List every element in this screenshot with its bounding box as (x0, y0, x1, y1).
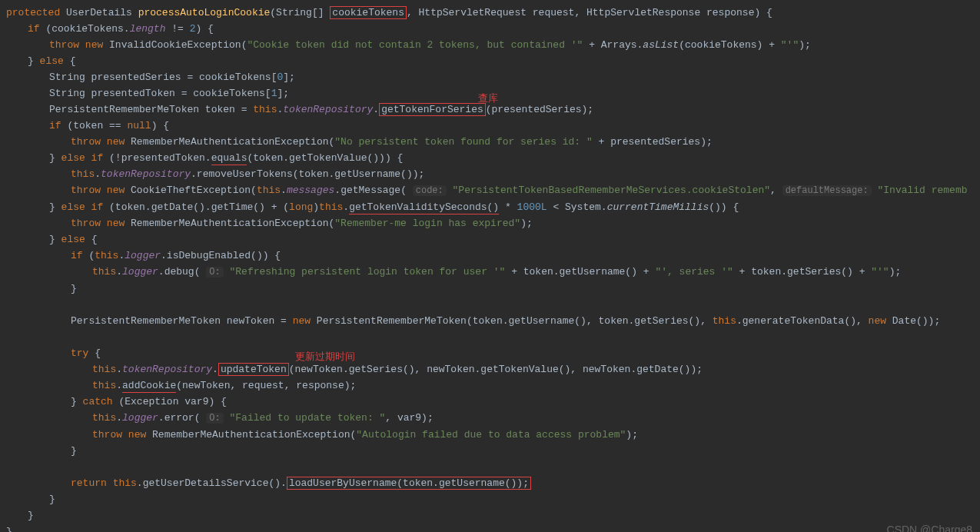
code-editor[interactable]: protected UserDetails processAutoLoginCo… (6, 5, 980, 532)
code-line: } (6, 524, 980, 532)
code-line (6, 329, 980, 345)
code-line: throw new RememberMeAuthenticationExcept… (6, 427, 980, 443)
code-line: } (6, 507, 980, 524)
code-line: this.tokenRepository.removeUserTokens(to… (6, 166, 980, 182)
code-line (6, 459, 980, 475)
code-line: throw new RememberMeAuthenticationExcept… (6, 215, 980, 231)
annotation-label: 查库 (478, 90, 498, 106)
highlight-underline: addCookie (122, 380, 176, 393)
code-line: String presentedSeries = cookieTokens[0]… (6, 69, 980, 85)
code-line: if (this.logger.isDebugEnabled()) { (6, 248, 980, 264)
highlight-box: cookieTokens (330, 6, 407, 19)
code-line: PersistentRememberMeToken newToken = new… (6, 313, 980, 329)
code-line: } else { (6, 231, 980, 248)
highlight-box: updateToken (218, 363, 289, 376)
param-hint: code: (413, 185, 447, 196)
code-line: throw new InvalidCookieException("Cookie… (6, 37, 980, 53)
code-line: } else if (token.getDate().getTime() + (… (6, 199, 980, 215)
highlight-underline: equals (211, 152, 247, 165)
code-line: } else { (6, 53, 980, 69)
param-hint: O: (206, 267, 223, 278)
code-line: } else if (!presentedToken.equals(token.… (6, 150, 980, 166)
code-line: this.logger.debug( O: "Refreshing persis… (6, 264, 980, 281)
highlight-box: loadUserByUsername(token.getUsername()); (287, 477, 531, 490)
keyword: protected (6, 7, 60, 18)
code-line: } (6, 443, 980, 459)
code-line: throw new CookieTheftException(this.mess… (6, 182, 980, 199)
code-line: return this.getUserDetailsService().load… (6, 475, 980, 491)
annotation-label: 更新过期时间 (295, 348, 355, 364)
code-line: } catch (Exception var9) { (6, 394, 980, 410)
code-line: if (token == null) { (6, 118, 980, 134)
code-line: this.addCookie(newToken, request, respon… (6, 377, 980, 394)
code-line: if (cookieTokens.length != 2) { (6, 21, 980, 37)
param-hint: defaultMessage: (782, 185, 872, 196)
code-line: } (6, 281, 980, 297)
watermark: CSDN @Charge8 (887, 522, 972, 532)
code-line: } (6, 491, 980, 507)
code-line: try { (6, 345, 980, 361)
code-line: this.tokenRepository.updateToken(newToke… (6, 361, 980, 377)
code-line: this.logger.error( O: "Failed to update … (6, 410, 980, 427)
code-line: throw new RememberMeAuthenticationExcept… (6, 134, 980, 150)
code-line: protected UserDetails processAutoLoginCo… (6, 5, 980, 21)
highlight-box: getTokenForSeries (379, 103, 486, 116)
method-name: processAutoLoginCookie (138, 7, 271, 18)
highlight-underline: getTokenValiditySeconds() (349, 201, 499, 214)
code-line (6, 297, 980, 313)
param-hint: O: (206, 413, 223, 424)
